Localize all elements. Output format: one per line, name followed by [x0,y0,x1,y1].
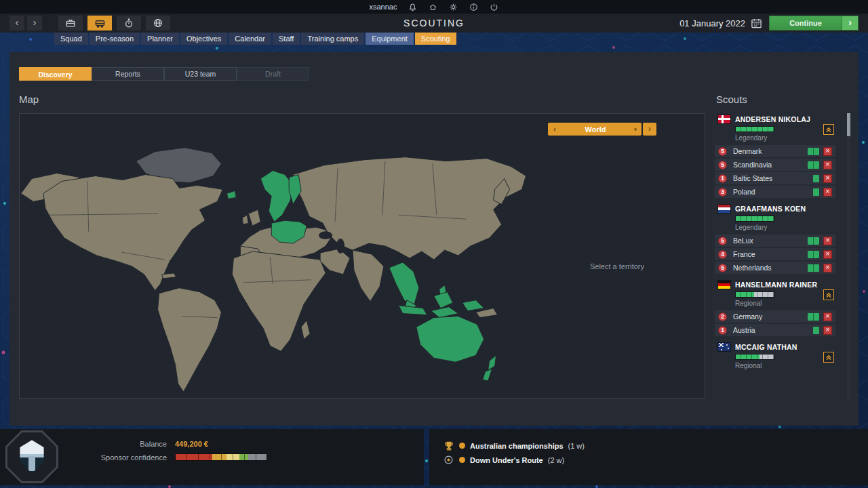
event-countdown: (2 w) [548,456,564,464]
netherlands-flag-icon [718,205,730,213]
tab-training-camps[interactable]: Training camps [301,33,364,45]
tab-pre-season[interactable]: Pre-season [90,33,140,45]
territory-name: Baltic States [733,174,813,182]
continue-button[interactable]: Continue › [769,16,859,30]
territory-count-badge: 5 [718,264,727,272]
remove-territory-button[interactable]: × [823,188,832,197]
tab-planner[interactable]: Planner [141,33,179,45]
scouting-vehicle-icon[interactable] [87,16,112,30]
scout-level: Regional [735,300,838,307]
world-map-graphic [20,114,705,398]
territory-name: BeLux [733,237,808,245]
subtab-reports[interactable]: Reports [92,67,164,81]
subtab-u23-team[interactable]: U23 team [164,67,237,81]
remove-territory-button[interactable]: × [823,161,832,169]
remove-territory-button[interactable]: × [823,174,832,183]
world-globe-icon[interactable] [146,16,170,30]
territory-row[interactable]: 5 Denmark × [715,145,835,157]
remove-territory-button[interactable]: × [823,250,832,259]
management-briefcase-icon[interactable] [58,16,83,30]
collapse-scout-button[interactable] [823,352,834,363]
race-badge-icon [443,454,454,466]
scout-level: Legendary [735,134,838,142]
scout-name: ANDERSEN NIKOLAJ [735,115,810,123]
remove-territory-button[interactable]: × [823,264,832,272]
territory-status-icon [813,175,819,182]
world-map[interactable]: ‹ World ▾ › Select a territory [19,113,705,399]
calendar-icon[interactable] [751,18,762,29]
scout-header[interactable]: ANDERSEN NIKOLAJ [715,115,838,124]
territory-row[interactable]: 1 Baltic States × [715,172,835,184]
sponsor-confidence-bar [175,453,267,461]
event-row[interactable]: Australian championships (1 w) [443,440,585,451]
scrollbar-thumb[interactable] [847,113,850,136]
tab-calendar[interactable]: Calendar [229,33,271,45]
stopwatch-icon[interactable] [117,16,141,30]
continue-arrow-icon: › [842,16,858,30]
map-heading: Map [19,94,39,105]
territory-name: Germany [733,312,808,321]
territory-name: Scandinavia [733,161,808,169]
remove-territory-button[interactable]: × [823,147,832,156]
territory-status-icon [808,264,819,272]
tab-objectives[interactable]: Objectives [180,33,227,45]
scout-skill-bar [735,126,774,132]
scout-list: ANDERSEN NIKOLAJ Legendary 5 [715,115,838,375]
zone-caret-icon: ▾ [629,126,642,133]
tab-equipment[interactable]: Equipment [366,33,414,45]
scout-name: MCCAIG NATHAN [735,343,797,351]
settings-gear-icon[interactable] [448,2,458,12]
scouts-scrollbar[interactable] [847,113,850,399]
territory-row[interactable]: 5 Netherlands × [715,262,835,274]
territory-count-badge: 1 [718,326,727,335]
scout-header[interactable]: MCCAIG NATHAN [715,342,838,352]
territory-row[interactable]: 3 Poland × [715,186,835,198]
scout-level: Legendary [735,224,838,231]
remove-territory-button[interactable]: × [823,312,832,321]
collapse-scout-button[interactable] [823,289,834,300]
power-icon[interactable] [489,2,498,12]
territory-name: France [733,250,808,258]
territory-count-badge: 5 [718,237,727,245]
tab-staff[interactable]: Staff [273,33,300,45]
balance-label: Balance [65,440,167,448]
territory-name: Austria [733,326,813,334]
territory-row[interactable]: 4 France × [715,248,835,260]
territory-row[interactable]: 2 Germany × [715,310,835,323]
territory-row[interactable]: 1 Austria × [715,324,835,336]
trophy-icon [443,440,454,451]
scout-header[interactable]: GRAAFMANS KOEN [715,204,838,214]
territory-status-icon [808,313,819,321]
territory-status-icon [813,188,819,196]
territory-count-badge: 4 [718,250,727,259]
event-info-dot-icon [459,443,465,449]
remove-territory-button[interactable]: × [823,326,832,335]
territory-row[interactable]: 5 Scandinavia × [715,159,835,171]
tab-squad[interactable]: Squad [54,33,88,45]
territory-name: Poland [733,188,813,196]
home-icon[interactable] [428,2,437,12]
back-button[interactable]: ‹ [9,16,24,30]
collapse-scout-button[interactable] [823,124,834,135]
scout-header[interactable]: HANSELMANN RAINER [715,280,838,289]
continue-label: Continue [770,16,842,30]
subtab-discovery[interactable]: Discovery [19,67,92,81]
forward-button[interactable]: › [27,16,42,30]
tab-scouting[interactable]: Scouting [415,33,456,45]
info-icon[interactable] [469,2,478,12]
scout-name: GRAAFMANS KOEN [735,205,806,213]
upcoming-events-footer: Australian championships (1 w) Down Unde… [429,429,868,485]
notifications-bell-icon[interactable] [408,2,417,12]
remove-territory-button[interactable]: × [823,237,832,245]
scout-skill-bar [735,354,774,360]
territory-row[interactable]: 5 BeLux × [715,235,835,247]
zone-prev-icon[interactable]: ‹ [548,125,561,134]
game-date: 01 January 2022 [679,18,745,28]
scout-card: HANSELMANN RAINER Regional 2 [715,280,838,336]
event-row[interactable]: Down Under's Route (2 w) [443,454,564,466]
scouting-screen: xsannac ‹ › SCOUTING [0,0,868,488]
zone-next-button[interactable]: › [643,123,656,136]
zone-dropdown[interactable]: ‹ World ▾ [548,123,642,136]
territory-count-badge: 5 [718,147,727,156]
event-name: Australian championships [470,442,564,450]
